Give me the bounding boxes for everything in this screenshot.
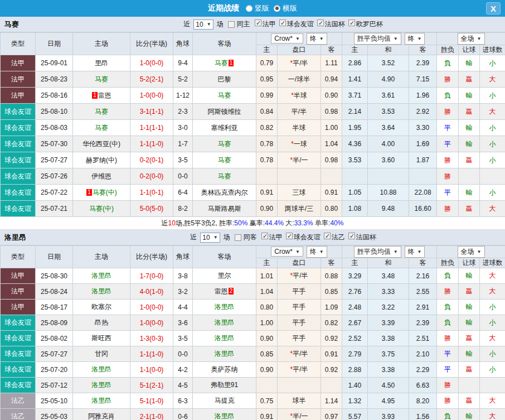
corners-cell: 3-5	[173, 152, 193, 168]
league-label[interactable]: 法国杯	[356, 233, 376, 241]
match-row: 法甲25-08-30洛里昂1-7(0-0)3-8里尔1.01*平/半0.883.…	[1, 268, 505, 284]
score-cell: 1-7(0-0)	[130, 268, 173, 284]
home-odds-cell: 1.04	[256, 284, 278, 300]
section-bar-marseille: 马赛 近 10▼ 场 同主 法甲球会友谊法国杯欧罗巴杯	[0, 17, 505, 32]
team-label: 斯旺西	[91, 334, 111, 342]
avg-draw-cell: 3.75	[368, 346, 409, 362]
avg-home-cell: 2.76	[342, 284, 368, 300]
team-label: 洛里昂	[91, 397, 111, 404]
home-odds-cell: 0.78	[256, 136, 278, 152]
team-label: 洛里昂	[215, 303, 235, 311]
league-checkbox[interactable]	[261, 233, 268, 239]
horizontal-radio[interactable]	[274, 5, 280, 12]
same-venue-label[interactable]: 同主	[237, 20, 250, 29]
away-odds-cell: 0.92	[321, 331, 342, 346]
avg-home-cell: 1.08	[342, 201, 368, 217]
sub-avg-draw: 和	[368, 45, 409, 55]
home-team-cell: 洛里昂	[73, 378, 130, 393]
away-team-cell: 马赛	[193, 88, 256, 104]
bookmaker-select[interactable]: Crow*▼	[271, 247, 303, 257]
corners-cell: 3-6	[173, 315, 193, 331]
horizontal-radio-label[interactable]: 横版	[283, 3, 297, 13]
date-cell: 25-08-23	[36, 71, 73, 88]
team-label: 马提克	[215, 397, 235, 404]
team-label: 马赛(中)	[89, 205, 114, 213]
type-cell: 法乙	[1, 393, 36, 409]
avg-stage-select[interactable]: 终▼	[405, 33, 425, 45]
stage-select[interactable]: 终▼	[307, 33, 327, 45]
league-checkbox[interactable]	[279, 20, 286, 26]
score-cell: 1-0(0-0)	[130, 300, 173, 315]
result-handicap-cell: 贏	[459, 71, 480, 88]
close-icon[interactable]: X	[486, 2, 501, 15]
avg-select[interactable]: 胜平负均值▼	[354, 246, 401, 258]
stage-select[interactable]: 终▼	[307, 246, 327, 258]
result-goals-cell: 大	[480, 104, 505, 120]
score-cell: 5-1(1-0)	[130, 393, 173, 409]
avg-select[interactable]: 胜平负均值▼	[354, 33, 401, 45]
league-checkbox[interactable]	[324, 233, 331, 239]
same-venue-label[interactable]: 同客	[244, 233, 257, 242]
same-venue-checkbox[interactable]	[228, 21, 235, 28]
result-wdl-cell: 勝	[437, 168, 459, 185]
vertical-radio[interactable]	[246, 5, 252, 12]
sub-handicap: 盘口	[278, 45, 321, 55]
league-checkbox[interactable]	[348, 20, 355, 26]
avg-home-cell: 2.48	[342, 300, 368, 315]
league-label[interactable]: 法甲	[269, 233, 283, 241]
league-label[interactable]: 欧罗巴杯	[356, 20, 383, 28]
chevron-down-icon: ▼	[417, 249, 422, 254]
col-home: 主场	[73, 33, 130, 55]
scope-select[interactable]: 全场▼	[458, 246, 485, 258]
summary-segment: 近	[162, 219, 168, 228]
avg-away-cell: 22.08	[409, 185, 437, 201]
bookmaker-select[interactable]: Crow*▼	[271, 33, 303, 44]
team-label: 赫罗纳(中)	[86, 156, 117, 164]
scope-select[interactable]: 全场▼	[458, 33, 485, 45]
match-count-select[interactable]: 10▼	[200, 233, 220, 243]
away-odds-cell: 0.91	[321, 346, 342, 362]
league-checkbox[interactable]	[286, 233, 293, 239]
away-team-cell: 里尔	[193, 268, 256, 284]
col-type: 类型	[1, 246, 36, 268]
away-odds-cell: 0.98	[321, 152, 342, 168]
date-cell: 25-08-02	[36, 331, 73, 346]
avg-stage-select[interactable]: 终▼	[405, 246, 425, 258]
record-summary: 近10场,胜5平3负2, 胜率:50% 赢率:44.4% 大:33.3% 单率:…	[0, 217, 505, 230]
league-label[interactable]: 法国杯	[325, 20, 345, 28]
date-cell: 25-07-12	[36, 378, 73, 393]
team-label: 马赛	[218, 91, 231, 99]
result-handicap-cell: 輸	[459, 88, 480, 104]
avg-away-cell: 2.55	[409, 284, 437, 300]
avg-away-cell: 2.39	[409, 55, 437, 71]
avg-away-cell: 3.30	[409, 120, 437, 136]
team-label: 洛里昂	[91, 287, 111, 295]
league-checkbox[interactable]	[255, 20, 261, 26]
corners-cell: 3-2	[173, 284, 193, 300]
same-venue-checkbox[interactable]	[235, 234, 241, 241]
avg-draw-cell: 3.38	[368, 331, 409, 346]
col-score: 比分(半场)	[130, 246, 173, 268]
league-label[interactable]: 球会友谊	[294, 233, 321, 241]
avg-home-cell	[342, 168, 368, 185]
league-label[interactable]: 法乙	[332, 233, 345, 241]
vertical-radio-label[interactable]: 竖版	[255, 3, 269, 13]
league-checkbox[interactable]	[317, 20, 324, 26]
match-count-select[interactable]: 10▼	[193, 20, 213, 30]
result-handicap-cell	[459, 378, 480, 393]
result-handicap-cell: 輸	[459, 120, 480, 136]
matches-table-lorient: 类型 日期 主场 比分(半场) 角球 客场 Crow*▼终▼ 胜平负均值▼终▼ …	[0, 245, 505, 420]
league-checkbox[interactable]	[348, 233, 355, 239]
avg-draw-cell: 4.00	[368, 136, 409, 152]
league-label[interactable]: 球会友谊	[287, 20, 314, 28]
col-score: 比分(半场)	[130, 33, 173, 55]
handicap-cell: 平手	[278, 331, 321, 346]
home-odds-cell: 0.95	[256, 71, 278, 88]
handicap-cell: 一/球半	[278, 71, 321, 88]
date-cell: 25-07-26	[36, 168, 73, 185]
away-odds-cell: 0.85	[321, 284, 342, 300]
result-goals-cell	[480, 378, 505, 393]
result-handicap-cell: 贏	[459, 104, 480, 120]
match-row: 球会友谊25-07-20洛里昂1-1(0-0)4-2奥萨苏纳0.90*平/半0.…	[1, 362, 505, 378]
league-label[interactable]: 法甲	[263, 20, 276, 28]
